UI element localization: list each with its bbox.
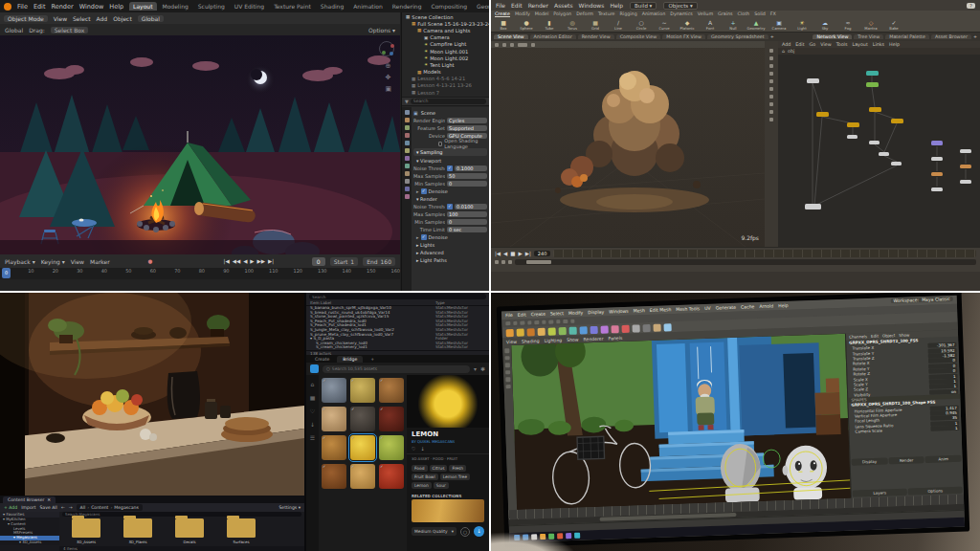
network-menu-item[interactable]: Links	[873, 42, 884, 47]
menubar-item[interactable]: Create	[531, 312, 546, 318]
transport-button[interactable]: ▶|	[525, 251, 531, 256]
property-value[interactable]: Supported	[447, 125, 487, 132]
playbar-option-icon[interactable]	[508, 260, 512, 264]
menubar-item[interactable]: Render	[51, 3, 73, 11]
rail-icon[interactable]: ⌂	[311, 381, 315, 387]
folder-item[interactable]: 3D_Plants	[119, 518, 157, 544]
property-row[interactable]: Min Samples✓0	[413, 180, 487, 187]
timeline-menu-item[interactable]: Marker	[90, 258, 110, 265]
download-button[interactable]: ↓	[474, 526, 484, 537]
asset-thumbnail[interactable]: ✓	[350, 464, 375, 489]
shelf-icon[interactable]	[580, 326, 588, 334]
network-menu-item[interactable]: Tools	[836, 42, 848, 47]
shelf-icon[interactable]	[642, 323, 650, 331]
outliner-item[interactable]: ▦Lesson 4-13-21 13-26	[402, 82, 489, 89]
network-menu-item[interactable]: Layout	[852, 42, 867, 47]
menubar-item[interactable]: Mesh Tools	[676, 306, 700, 312]
shelf-tool[interactable]: AFont	[702, 19, 719, 31]
collapsed-section[interactable]: ▸ Lights	[413, 241, 487, 249]
playbar-option-icon[interactable]	[501, 260, 505, 264]
pane-tab[interactable]: Render View	[578, 34, 614, 39]
network-menu-item[interactable]: Help	[889, 42, 900, 47]
property-value[interactable]: 0	[447, 219, 487, 226]
breadcrumb-item[interactable]: All	[80, 505, 86, 510]
asset-thumbnail[interactable]: ✓	[350, 407, 375, 431]
export-icon[interactable]: ○	[460, 527, 470, 537]
osl-row[interactable]: Open Shading Language	[413, 140, 487, 147]
pane-tab[interactable]: Network View	[813, 34, 852, 39]
panel-menu-item[interactable]: View	[506, 339, 517, 343]
rail-icon[interactable]: ☰	[310, 434, 315, 441]
panel-menu-item[interactable]: Show	[567, 337, 579, 342]
asset-thumbnail[interactable]: ✓	[322, 378, 346, 403]
timeline-ruler[interactable]	[553, 250, 976, 257]
tag-chip[interactable]: Lemon Tree	[440, 474, 470, 480]
channel-menu-item[interactable]: Show	[899, 333, 909, 338]
property-row[interactable]: Noise Threshold✓0.1000	[413, 165, 487, 172]
property-row[interactable]: Min Samples✓0	[413, 218, 487, 226]
property-value[interactable]: 0.1000	[455, 165, 487, 172]
quality-dropdown[interactable]: Medium Quality▾	[412, 527, 457, 536]
bridge-logo[interactable]	[310, 364, 319, 373]
menubar-item[interactable]: Edit Mesh	[650, 307, 672, 313]
frame-field[interactable]: 240	[534, 251, 551, 256]
menubar-item[interactable]: Windows	[579, 2, 605, 9]
transport-button[interactable]: ◀	[243, 258, 247, 264]
pane-tab[interactable]: Animation Editor	[530, 34, 576, 39]
outliner-search-input[interactable]	[309, 294, 486, 299]
blender-logo-icon[interactable]	[4, 3, 11, 11]
transport-button[interactable]: |◀	[495, 251, 501, 256]
tab-bridge[interactable]: Bridge	[337, 356, 363, 363]
filter-icon[interactable]: ▾	[474, 365, 477, 372]
outliner-item[interactable]: ▦Lesson 4-5-6 14-21	[402, 76, 489, 82]
property-value[interactable]: 100	[447, 211, 487, 218]
channel-tab[interactable]: Render	[888, 456, 924, 464]
property-row[interactable]: Feature SetSupported	[413, 124, 487, 132]
shelf-tab[interactable]: Cloth	[738, 11, 750, 17]
shelf-icon[interactable]	[506, 328, 514, 336]
transport-button[interactable]: ◀◀	[233, 258, 240, 264]
shelf-tool[interactable]: +Null	[724, 19, 742, 31]
shelf-icon[interactable]	[590, 325, 598, 333]
close-icon[interactable]: ✕	[47, 497, 51, 502]
frame-start-field[interactable]: Start1	[330, 257, 359, 266]
workspace-tab[interactable]: Texture Paint	[270, 2, 315, 11]
outliner-item[interactable]: ☀Tent Light	[402, 61, 489, 68]
channel-tab[interactable]: Display	[852, 457, 888, 465]
settings-button[interactable]: Settings ▾	[278, 505, 301, 510]
shelf-tool[interactable]: ▲Geometry	[747, 19, 765, 31]
menubar-item[interactable]: Window	[79, 3, 104, 11]
workspace-tab[interactable]: Compositing	[427, 2, 471, 11]
pane-tab-add[interactable]: +	[770, 34, 774, 39]
tag-chip[interactable]: Fresh	[449, 465, 466, 472]
tag-chip[interactable]: Food	[412, 465, 428, 472]
shelf-tab[interactable]: Dynamics	[670, 11, 693, 17]
workspace-tab[interactable]: Sculpting	[194, 2, 229, 11]
property-value[interactable]: Cycles	[447, 118, 487, 124]
property-value[interactable]: 50	[447, 173, 487, 180]
network-menu-item[interactable]: Edit	[795, 42, 804, 47]
timeline-track-area[interactable]	[0, 279, 400, 291]
transport-button[interactable]: ▶▶	[257, 258, 265, 264]
outliner-item[interactable]: ▦Camera and Lights	[402, 27, 489, 33]
rail-icon[interactable]: ↓	[310, 421, 315, 428]
pane-tab-add[interactable]: +	[973, 34, 977, 39]
pane-tab[interactable]: Tree View	[854, 34, 883, 39]
asset-search-input[interactable]: ○	[323, 365, 470, 373]
shelf-tool[interactable]: ◆Platonic	[679, 19, 696, 31]
breadcrumb-item[interactable]: Megascans	[110, 505, 138, 510]
shelf-icon[interactable]	[653, 323, 660, 331]
breadcrumb[interactable]: AllContentMegascans	[77, 504, 143, 511]
panel-menu-item[interactable]: Panels	[608, 335, 622, 341]
related-collection-image[interactable]	[412, 499, 484, 522]
shelf-icon[interactable]	[611, 325, 618, 333]
panel-menu-item[interactable]: Renderer	[583, 336, 603, 342]
transport-button[interactable]: ▶|	[268, 258, 274, 264]
sampling-section-header[interactable]: ▾ Sampling	[413, 148, 487, 156]
transport-button[interactable]: ◀	[503, 251, 507, 256]
shelf-tab[interactable]: Deform	[576, 11, 593, 17]
shelf-tool[interactable]: ●Sphere	[518, 19, 535, 31]
channel-menu-item[interactable]: Channels	[849, 334, 867, 340]
property-value[interactable]: 0 sec	[447, 227, 487, 233]
shelf-tab[interactable]: Modify	[515, 11, 530, 17]
